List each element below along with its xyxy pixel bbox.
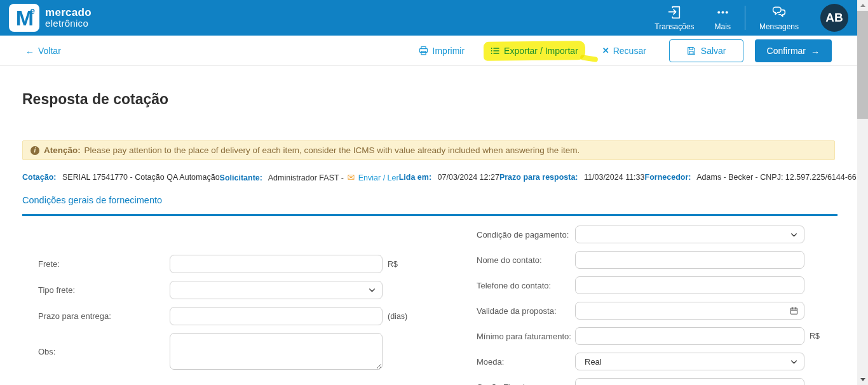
app-header: M e mercado eletrônico Transações	[0, 0, 857, 36]
frete-input[interactable]	[170, 255, 383, 273]
requester-value: Administrador FAST -	[268, 173, 344, 182]
form-row-validade-proposta: Validade da proposta:	[477, 302, 835, 320]
moeda-value: Real	[585, 357, 602, 367]
scrollbar-thumb[interactable]	[857, 11, 868, 119]
form-row-moeda: Moeda: Real	[477, 353, 835, 370]
form-row-telefone-contato: Telefone do contato:	[477, 276, 835, 294]
prazo-entrega-suffix: (dias)	[388, 312, 407, 321]
attention-message: Please pay attention to the place of del…	[85, 145, 580, 155]
chevron-down-icon	[790, 358, 798, 366]
quotation-label: Cotação:	[22, 173, 56, 182]
print-button[interactable]: Imprimir	[418, 45, 465, 56]
moeda-select[interactable]: Real	[575, 353, 804, 370]
attention-prefix: Atenção:	[44, 145, 81, 155]
envelope-icon: ✉	[348, 172, 355, 182]
user-avatar[interactable]: AB	[820, 4, 848, 32]
nav-transactions-label: Transações	[654, 22, 694, 31]
logo-e-letter: e	[30, 6, 35, 16]
send-read-link[interactable]: Enviar / Ler	[358, 173, 399, 182]
nav-transactions[interactable]: Transações	[644, 4, 704, 31]
read-at-label: Lida em:	[399, 173, 431, 182]
supplier-value: Adams - Becker - CNPJ: 12.597.225/6144-6…	[696, 173, 857, 182]
info-icon: i	[31, 146, 39, 155]
mercado-eletronico-logo-icon: M e	[9, 4, 39, 32]
nav-divider	[745, 6, 745, 30]
brand-name-line1: mercado	[45, 7, 92, 18]
prazo-entrega-input[interactable]	[170, 307, 383, 325]
nav-more[interactable]: Mais	[705, 4, 741, 31]
brand-name-line2: eletrônico	[45, 18, 92, 29]
validade-proposta-input[interactable]	[575, 302, 804, 320]
attention-text: Atenção: Please pay attention to the pla…	[44, 145, 580, 155]
save-icon	[686, 46, 696, 56]
nome-contato-label: Nome do contato:	[477, 255, 575, 265]
minimo-faturamento-suffix: R$	[810, 332, 820, 341]
telefone-contato-label: Telefone do contato:	[477, 281, 575, 290]
page-title: Resposta de cotação	[22, 91, 835, 108]
print-label: Imprimir	[433, 46, 465, 56]
chevron-down-icon	[790, 383, 798, 385]
scrollbar-up-arrow[interactable]	[857, 0, 868, 11]
chevron-down-icon	[790, 231, 798, 239]
export-import-button[interactable]: Exportar / Importar	[490, 46, 578, 56]
nav-messages-label: Mensagens	[759, 22, 799, 31]
general-conditions-form: Frete: R$ Tipo frete: Prazo para entrega…	[22, 216, 835, 385]
requester-field: Solicitante: Administrador FAST - ✉ Envi…	[220, 172, 399, 182]
confirm-arrow-icon: →	[811, 46, 820, 56]
frete-label: Frete:	[38, 259, 170, 269]
refuse-button[interactable]: ✕ Recusar	[602, 46, 646, 56]
confirm-label: Confirmar	[767, 46, 806, 56]
form-row-obs: Obs:	[38, 333, 477, 370]
obs-label: Obs:	[38, 333, 170, 356]
form-row-tipo-frete: Tipo frete:	[38, 281, 477, 299]
opcao-fiscal-select[interactable]	[575, 378, 804, 385]
x-icon: ✕	[602, 46, 609, 55]
tipo-frete-select[interactable]	[170, 281, 383, 299]
confirm-button[interactable]: Confirmar →	[755, 39, 832, 62]
save-button[interactable]: Salvar	[669, 39, 743, 62]
form-row-opcao-fiscal: Opção Fiscal:	[477, 378, 835, 385]
brand-name: mercado eletrônico	[45, 7, 92, 29]
read-at-value: 07/03/2024 12:27	[438, 173, 499, 182]
minimo-faturamento-input[interactable]	[575, 327, 804, 345]
condicao-pagamento-select[interactable]	[575, 226, 804, 243]
brand-logo[interactable]: M e mercado eletrônico	[9, 4, 92, 32]
obs-textarea[interactable]	[170, 333, 383, 370]
supplier-label: Fornecedor:	[645, 173, 691, 182]
chevron-down-icon	[368, 286, 376, 294]
refuse-label: Recusar	[613, 46, 646, 56]
more-icon	[715, 4, 731, 20]
opcao-fiscal-label: Opção Fiscal:	[477, 382, 575, 385]
back-button[interactable]: ← Voltar	[25, 46, 61, 56]
attention-banner: i Atenção: Please pay attention to the p…	[22, 140, 835, 160]
scrollbar-down-arrow[interactable]	[857, 374, 868, 385]
printer-icon	[418, 45, 429, 56]
back-label: Voltar	[38, 46, 61, 56]
quotation-value: SERIAL 17541770 - Cotação QA Automação	[62, 173, 220, 182]
telefone-contato-input[interactable]	[575, 276, 804, 294]
quotation-field: Cotação: SERIAL 17541770 - Cotação QA Au…	[22, 173, 220, 182]
form-row-prazo-entrega: Prazo para entrega: (dias)	[38, 307, 477, 325]
deadline-label: Prazo para resposta:	[499, 173, 578, 182]
nav-messages[interactable]: Mensagens	[749, 4, 809, 31]
quotation-info-row: Cotação: SERIAL 17541770 - Cotação QA Au…	[22, 172, 835, 182]
supplier-field: Fornecedor: Adams - Becker - CNPJ: 12.59…	[645, 173, 857, 182]
frete-suffix: R$	[388, 260, 398, 269]
requester-label: Solicitante:	[220, 173, 262, 182]
form-row-condicao-pagamento: Condição de pagamento:	[477, 226, 835, 243]
form-left-column: Frete: R$ Tipo frete: Prazo para entrega…	[22, 216, 477, 385]
vertical-scrollbar[interactable]	[857, 0, 868, 385]
minimo-faturamento-label: Mínimo para faturamento:	[477, 332, 575, 341]
nav-more-label: Mais	[715, 22, 731, 31]
yellow-highlight-tail	[580, 54, 599, 62]
calendar-icon[interactable]	[789, 306, 799, 316]
deadline-field: Prazo para resposta: 11/03/2024 11:33	[499, 173, 645, 182]
moeda-label: Moeda:	[477, 357, 575, 367]
list-icon	[490, 46, 500, 56]
action-toolbar: ← Voltar Imprimir	[0, 36, 857, 66]
condicao-pagamento-label: Condição de pagamento:	[477, 230, 575, 240]
form-row-minimo-faturamento: Mínimo para faturamento: R$	[477, 327, 835, 345]
nome-contato-input[interactable]	[575, 251, 804, 269]
back-arrow-icon: ←	[25, 46, 34, 56]
read-at-field: Lida em: 07/03/2024 12:27	[399, 173, 499, 182]
